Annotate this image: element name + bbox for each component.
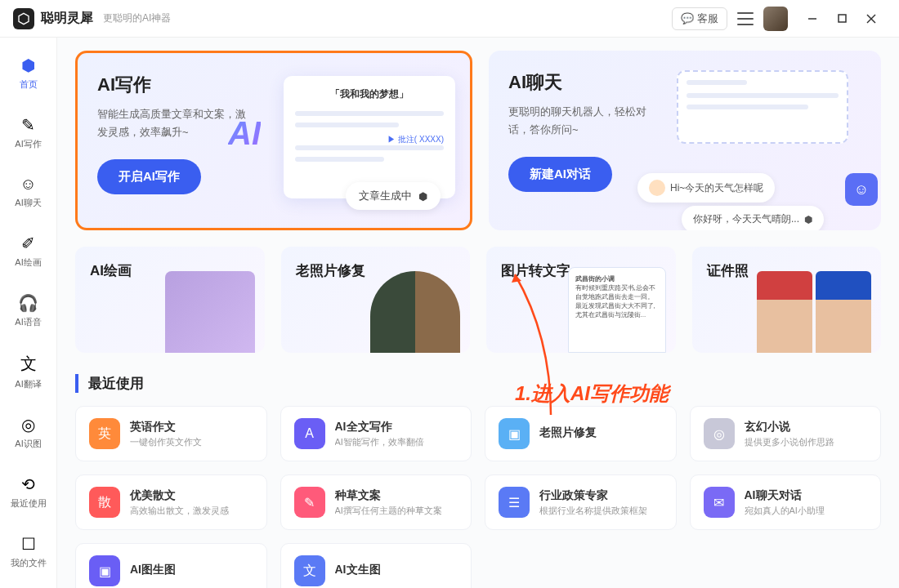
item-sub: 一键创作英文作文 — [130, 436, 253, 448]
item-title: 种草文案 — [335, 488, 458, 503]
recent-item-8[interactable]: ▣ AI图生图 — [75, 543, 267, 588]
recent-item-7[interactable]: ✉ AI聊天对话宛如真人的AI小助理 — [690, 474, 882, 530]
sidebar-label: AI聊天 — [15, 197, 41, 209]
recent-heading: 最近使用 — [75, 374, 881, 393]
item-icon: 英 — [89, 418, 120, 449]
sidebar-icon: ◎ — [21, 415, 35, 434]
bot-icon: ⬢ — [804, 214, 812, 225]
sidebar-label: 我的文件 — [11, 557, 47, 569]
item-sub: 提供更多小说创作思路 — [745, 436, 868, 448]
mini-card-3[interactable]: 证件照 — [692, 247, 882, 353]
app-name: 聪明灵犀 — [41, 10, 93, 27]
close-button[interactable] — [857, 7, 886, 31]
item-title: AI图生图 — [130, 563, 253, 577]
item-sub: AI智能写作，效率翻倍 — [335, 436, 458, 448]
sidebar-item-5[interactable]: 文AI翻译 — [7, 348, 51, 395]
sidebar-label: AI语音 — [15, 316, 41, 328]
chat-bubble: Hi~今天的天气怎样呢 — [637, 173, 775, 203]
sidebar-item-6[interactable]: ◎AI识图 — [7, 410, 51, 455]
menu-icon[interactable] — [737, 12, 754, 25]
titlebar: 聪明灵犀 更聪明的AI神器 💬 客服 — [0, 0, 899, 38]
item-icon: A — [294, 418, 325, 449]
item-title: 玄幻小说 — [745, 420, 868, 434]
item-icon: ▣ — [89, 555, 120, 586]
sidebar-label: AI识图 — [15, 438, 41, 450]
sidebar-icon: ⟲ — [21, 474, 35, 494]
hero-cta-button[interactable]: 新建AI对话 — [508, 157, 612, 192]
item-sub: 根据行业名称提供政策框架 — [539, 505, 663, 517]
app-logo-icon — [13, 8, 34, 29]
item-title: 老照片修复 — [539, 425, 663, 440]
hero-cta-button[interactable]: 开启AI写作 — [97, 159, 201, 194]
sidebar-icon: ⬢ — [21, 56, 35, 75]
item-title: 优美散文 — [130, 488, 253, 503]
mini-thumb — [370, 271, 460, 353]
item-icon: ◎ — [704, 418, 735, 449]
support-button[interactable]: 💬 客服 — [672, 7, 727, 30]
svg-marker-0 — [19, 13, 29, 24]
item-icon: 散 — [89, 487, 120, 518]
sidebar-item-7[interactable]: ⟲最近使用 — [7, 470, 51, 514]
item-icon: 文 — [294, 555, 325, 586]
minimize-button[interactable] — [798, 7, 827, 31]
maximize-button[interactable] — [827, 7, 857, 31]
spinner-icon: ⬢ — [418, 190, 427, 203]
sidebar-icon: ✎ — [21, 115, 35, 135]
recent-item-9[interactable]: 文 AI文生图 — [280, 543, 472, 588]
svg-rect-2 — [839, 15, 846, 22]
sidebar-label: AI绘画 — [15, 256, 41, 269]
mini-card-1[interactable]: 老照片修复 — [281, 247, 471, 353]
item-icon: ✎ — [294, 487, 325, 518]
recent-item-2[interactable]: ▣ 老照片修复 — [485, 406, 677, 461]
item-title: 英语作文 — [130, 420, 253, 434]
item-icon: ▣ — [499, 418, 530, 449]
mini-card-0[interactable]: AI绘画 — [75, 247, 265, 353]
sidebar-item-1[interactable]: ✎AI写作 — [7, 110, 51, 155]
hero-card-0: AI写作 智能生成高质量文章和文案，激发灵感，效率飙升~ 开启AI写作 AI 「… — [75, 51, 472, 230]
content-area: AI写作 智能生成高质量文章和文案，激发灵感，效率飙升~ 开启AI写作 AI 「… — [57, 38, 899, 588]
item-sub: AI撰写任何主题的种草文案 — [335, 505, 458, 517]
mini-thumb: 武昌街的小调有时候到重庆路买书,总会不自觉地跑武昌街去走一回。最近发现武昌街大大… — [568, 267, 666, 353]
mini-card-2[interactable]: 图片转文字武昌街的小调有时候到重庆路买书,总会不自觉地跑武昌街去走一回。最近发现… — [486, 247, 676, 353]
item-sub: 宛如真人的AI小助理 — [745, 505, 868, 517]
chat-bot-icon: ☺ — [845, 173, 878, 206]
sidebar-item-4[interactable]: 🎧AI语音 — [7, 288, 51, 333]
recent-item-5[interactable]: ✎ 种草文案AI撰写任何主题的种草文案 — [280, 474, 472, 530]
sidebar-item-3[interactable]: ✐AI绘画 — [7, 229, 51, 274]
app-tagline: 更聪明的AI神器 — [103, 11, 171, 25]
item-sub: 高效输出散文，激发灵感 — [130, 505, 253, 517]
recent-item-6[interactable]: ☰ 行业政策专家根据行业名称提供政策框架 — [485, 474, 677, 530]
user-avatar[interactable] — [763, 7, 788, 31]
sidebar-label: 最近使用 — [11, 497, 47, 510]
item-title: 行业政策专家 — [539, 488, 663, 503]
item-title: AI全文写作 — [335, 420, 458, 434]
hero-illustration: AI 「我和我的梦想」 ▶ 批注( XXXX) 文章生成中⬢ — [251, 68, 455, 215]
item-title: AI文生图 — [335, 563, 458, 577]
recent-item-1[interactable]: A AI全文写作AI智能写作，效率翻倍 — [280, 406, 472, 461]
item-title: AI聊天对话 — [745, 488, 868, 503]
sidebar-item-8[interactable]: ☐我的文件 — [7, 529, 51, 574]
chat-icon: 💬 — [681, 12, 694, 24]
sidebar-item-2[interactable]: ☺AI聊天 — [7, 170, 51, 214]
sidebar-item-0[interactable]: ⬢首页 — [7, 51, 51, 96]
mini-thumb — [757, 271, 871, 353]
sidebar-icon: ☺ — [20, 175, 36, 194]
hero-card-1: AI聊天 更聪明的聊天机器人，轻松对话，答你所问~ 新建AI对话 ☺ Hi~今天… — [489, 51, 881, 230]
sidebar-label: AI翻译 — [15, 378, 41, 390]
recent-item-3[interactable]: ◎ 玄幻小说提供更多小说创作思路 — [690, 406, 882, 461]
generating-pill: 文章生成中⬢ — [346, 182, 441, 210]
ai-badge-icon: AI — [228, 115, 261, 152]
sidebar: ⬢首页✎AI写作☺AI聊天✐AI绘画🎧AI语音文AI翻译◎AI识图⟲最近使用☐我… — [0, 38, 57, 588]
chat-bubble: 你好呀，今天天气晴朗...⬢ — [682, 206, 824, 230]
sidebar-icon: ☐ — [21, 534, 36, 554]
sidebar-icon: 文 — [20, 353, 37, 375]
recent-item-0[interactable]: 英 英语作文一键创作英文作文 — [75, 406, 267, 461]
sidebar-icon: 🎧 — [18, 293, 38, 313]
hero-desc: 更聪明的聊天机器人，轻松对话，答你所问~ — [508, 103, 664, 139]
sidebar-label: AI写作 — [15, 138, 41, 150]
recent-item-4[interactable]: 散 优美散文高效输出散文，激发灵感 — [75, 474, 267, 530]
support-label: 客服 — [697, 11, 718, 26]
sidebar-icon: ✐ — [21, 234, 35, 253]
item-icon: ☰ — [499, 487, 530, 518]
item-icon: ✉ — [704, 487, 735, 518]
